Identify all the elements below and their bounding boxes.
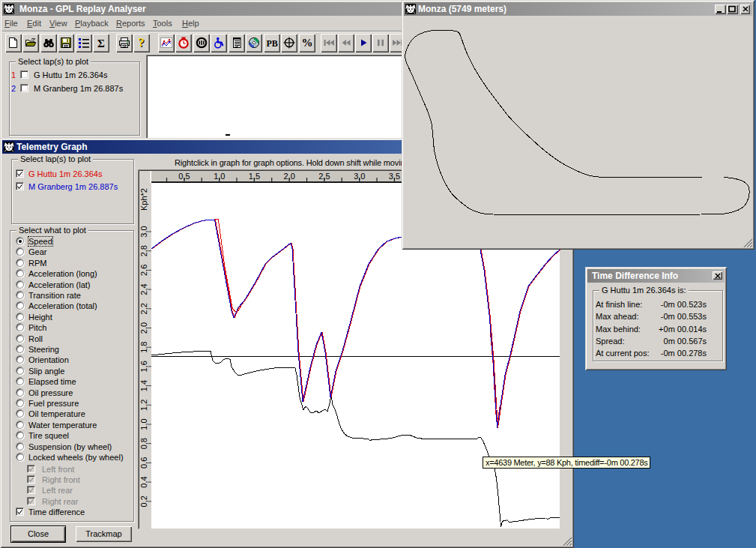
- svg-text:1,6: 1,6: [139, 361, 148, 372]
- svg-text:0,8: 0,8: [139, 438, 148, 449]
- svg-text:1,0: 1,0: [139, 418, 148, 430]
- svg-text:2,4: 2,4: [139, 283, 148, 295]
- svg-text:0,4: 0,4: [139, 476, 148, 487]
- svg-text:2,8: 2,8: [139, 245, 148, 256]
- svg-text:2,0: 2,0: [139, 322, 148, 334]
- svg-text:3,5: 3,5: [389, 172, 400, 181]
- svg-text:Kph*2: Kph*2: [139, 188, 148, 211]
- svg-text:1,4: 1,4: [139, 380, 148, 391]
- svg-text:2,5: 2,5: [318, 172, 330, 181]
- svg-text:0,6: 0,6: [139, 457, 148, 469]
- svg-text:0,5: 0,5: [178, 172, 190, 181]
- svg-text:2,0: 2,0: [284, 172, 295, 181]
- svg-text:2,6: 2,6: [139, 265, 148, 276]
- svg-text:1,0: 1,0: [214, 172, 225, 181]
- svg-text:3,0: 3,0: [354, 172, 365, 181]
- svg-text:1,8: 1,8: [139, 342, 148, 353]
- svg-text:1,5: 1,5: [249, 172, 260, 181]
- svg-text:PB: PB: [267, 38, 278, 49]
- svg-text:3,0: 3,0: [139, 226, 148, 237]
- svg-text:0,2: 0,2: [139, 496, 148, 507]
- svg-text:2,2: 2,2: [139, 303, 148, 314]
- svg-text:%: %: [302, 37, 313, 49]
- svg-text:Σ: Σ: [97, 37, 105, 49]
- svg-text:1,2: 1,2: [139, 400, 148, 411]
- svg-text:?: ?: [139, 37, 145, 49]
